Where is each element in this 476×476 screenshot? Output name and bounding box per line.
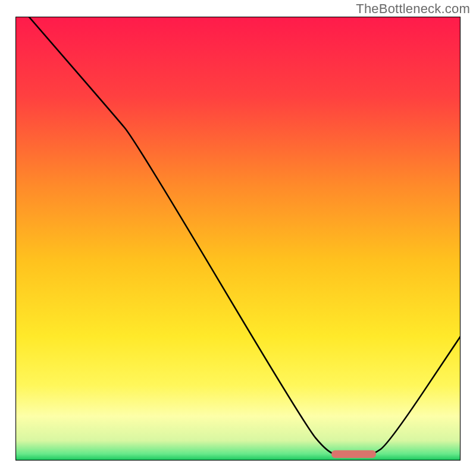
bottleneck-chart bbox=[15, 17, 461, 461]
optimal-range-marker bbox=[331, 450, 376, 458]
chart-svg bbox=[15, 17, 461, 461]
gradient-background bbox=[15, 17, 461, 461]
attribution-label: TheBottleneck.com bbox=[356, 1, 470, 17]
